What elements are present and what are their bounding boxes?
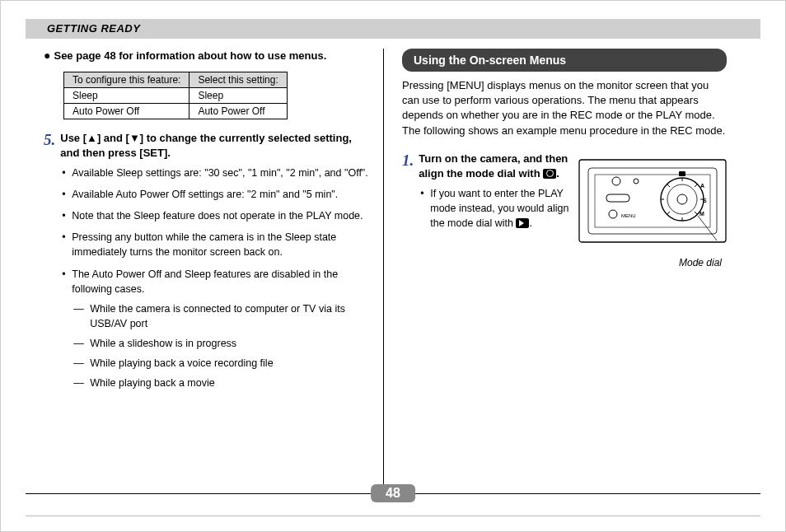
right-column: Using the On-screen Menus Pressing [MENU…	[387, 49, 742, 493]
footer-rule-bottom	[26, 516, 760, 516]
page-number: 48	[386, 486, 400, 500]
list-item: While playing back a voice recording fil…	[72, 356, 372, 371]
list-item: Available Sleep settings are: "30 sec", …	[60, 166, 372, 180]
step-body: Turn on the camera, and then align the m…	[419, 152, 572, 238]
table-header: Select this setting:	[189, 72, 287, 87]
svg-text:S: S	[703, 198, 707, 203]
table-row: Auto Power Off Auto Power Off	[64, 103, 288, 119]
bullet-icon: ●	[44, 49, 50, 63]
menu-label: MENU	[621, 213, 636, 218]
table-header-row: To configure this feature: Select this s…	[64, 72, 288, 87]
manual-page: GETTING READY ● See page 48 for informat…	[0, 0, 786, 532]
table-header: To configure this feature:	[64, 72, 189, 87]
see-page-note: ● See page 48 for information about how …	[44, 49, 372, 63]
list-item-pre: If you want to enter the PLAY mode inste…	[430, 188, 568, 229]
svg-rect-17	[679, 171, 685, 176]
section-header: GETTING READY	[26, 19, 760, 39]
play-icon	[516, 218, 529, 228]
mode-dial-illustration: MENU	[578, 152, 727, 250]
illustration-wrap: MENU	[578, 152, 727, 268]
list-item: While the camera is connected to compute…	[72, 301, 372, 331]
step-title: Use [▲] and [▼] to change the currently …	[60, 131, 372, 161]
step-title-post: .	[556, 167, 559, 180]
config-table: To configure this feature: Select this s…	[63, 72, 288, 119]
page-number-badge: 48	[371, 484, 415, 502]
lead-paragraph: Pressing [MENU] displays menus on the mo…	[402, 78, 727, 138]
see-page-text: See page 48 for information about how to…	[54, 49, 326, 63]
list-item: While a slideshow is in progress	[72, 336, 372, 351]
table-cell: Sleep	[64, 87, 189, 103]
list-item: Pressing any button while the camera is …	[60, 230, 372, 259]
step-5: 5. Use [▲] and [▼] to change the current…	[44, 131, 372, 398]
list-item-text: The Auto Power Off and Sleep features ar…	[72, 268, 338, 295]
step-bullet-list: Available Sleep settings are: "30 sec", …	[60, 166, 372, 391]
list-item: While playing back a movie	[72, 376, 372, 390]
illustration-caption: Mode dial	[578, 257, 727, 268]
step-bullet-list: If you want to enter the PLAY mode inste…	[419, 186, 572, 231]
table-row: Sleep Sleep	[64, 87, 288, 103]
sub-dash-list: While the camera is connected to compute…	[72, 301, 372, 391]
table-cell: Auto Power Off	[64, 103, 189, 119]
step-1: 1. Turn on the camera, and then align th…	[402, 152, 727, 268]
list-item-post: .	[529, 217, 531, 229]
two-column-layout: ● See page 48 for information about how …	[26, 49, 760, 493]
table-cell: Sleep	[189, 87, 287, 103]
svg-text:A: A	[700, 183, 704, 189]
list-item: If you want to enter the PLAY mode inste…	[419, 186, 572, 231]
column-divider	[383, 49, 384, 493]
section-title: GETTING READY	[47, 22, 140, 35]
list-item: Available Auto Power Off settings are: "…	[60, 187, 372, 202]
step-number: 1.	[402, 152, 414, 170]
step-number: 5.	[44, 131, 55, 398]
step-body: Use [▲] and [▼] to change the currently …	[60, 131, 372, 398]
table-cell: Auto Power Off	[189, 103, 287, 119]
step-title: Turn on the camera, and then align the m…	[419, 152, 572, 181]
svg-text:M: M	[699, 211, 704, 217]
subsection-heading-text: Using the On-screen Menus	[414, 54, 566, 67]
subsection-heading: Using the On-screen Menus	[402, 49, 727, 72]
left-column: ● See page 48 for information about how …	[26, 49, 380, 493]
list-item: The Auto Power Off and Sleep features ar…	[60, 267, 372, 391]
page-footer: 48	[26, 493, 760, 516]
list-item: Note that the Sleep feature does not ope…	[60, 208, 372, 223]
camera-icon	[543, 169, 556, 179]
